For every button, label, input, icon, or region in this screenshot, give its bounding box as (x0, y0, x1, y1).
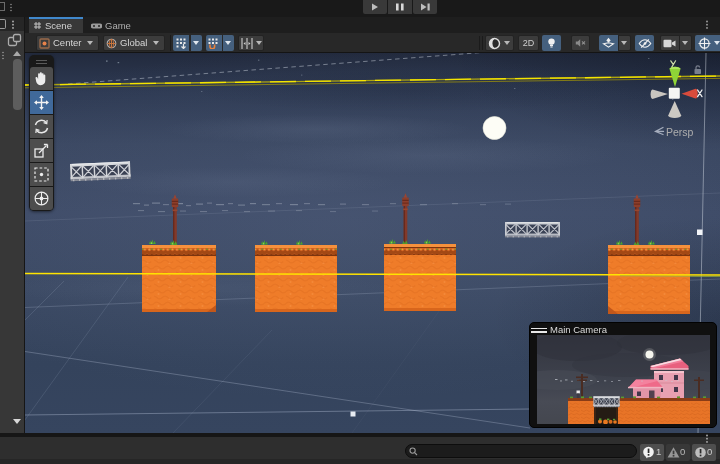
svg-text:Persp: Persp (666, 126, 694, 138)
